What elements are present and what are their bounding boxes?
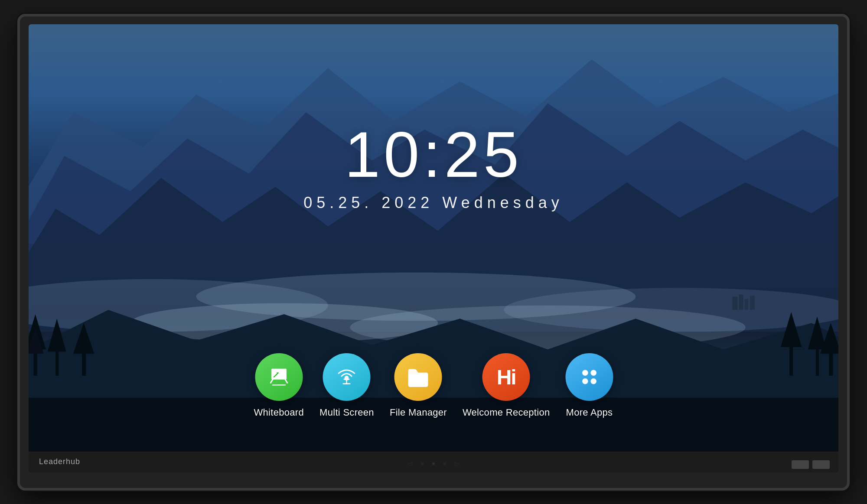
tv-frame: 10:25 05.25. 2022 Wednesday <box>17 14 850 491</box>
moreapps-icon[interactable] <box>565 353 613 401</box>
br-button-2[interactable] <box>812 460 830 469</box>
tv-bezel: 10:25 05.25. 2022 Wednesday <box>20 16 847 488</box>
screen: 10:25 05.25. 2022 Wednesday <box>29 24 838 472</box>
multiscreen-label: Multi Screen <box>319 407 374 418</box>
multiscreen-svg <box>334 364 359 390</box>
svg-rect-25 <box>745 299 748 309</box>
svg-rect-26 <box>750 296 755 309</box>
svg-point-38 <box>582 378 588 384</box>
app-whiteboard[interactable]: Whiteboard <box>254 353 304 418</box>
bottom-right-buttons <box>792 460 830 469</box>
svg-rect-24 <box>739 294 743 309</box>
welcome-icon[interactable]: Hi <box>482 353 530 401</box>
filemanager-icon[interactable] <box>394 353 442 401</box>
svg-rect-18 <box>816 345 819 376</box>
apps-container: Whiteboard <box>254 353 613 418</box>
bottom-bar: Leaderhub <box>29 452 838 472</box>
svg-rect-23 <box>732 296 737 309</box>
br-button-1[interactable] <box>792 460 809 469</box>
app-filemanager[interactable]: File Manager <box>390 353 447 418</box>
whiteboard-icon[interactable] <box>255 353 303 401</box>
whiteboard-svg <box>266 366 291 388</box>
welcome-label: Welcome Reception <box>463 407 550 418</box>
clock-date: 05.25. 2022 Wednesday <box>303 194 564 212</box>
whiteboard-label: Whiteboard <box>254 407 304 418</box>
app-multiscreen[interactable]: Multi Screen <box>319 353 374 418</box>
svg-point-39 <box>590 378 596 384</box>
app-welcome[interactable]: Hi Welcome Reception <box>463 353 550 418</box>
moreapps-label: More Apps <box>566 407 613 418</box>
svg-point-37 <box>590 370 596 376</box>
svg-rect-30 <box>271 369 287 380</box>
clock-time: 10:25 <box>303 123 564 187</box>
moreapps-svg <box>577 364 602 390</box>
filemanager-svg <box>405 364 432 390</box>
multiscreen-icon[interactable] <box>323 353 371 401</box>
filemanager-label: File Manager <box>390 407 447 418</box>
svg-point-36 <box>582 370 588 376</box>
brand-logo: Leaderhub <box>39 457 80 466</box>
app-moreapps[interactable]: More Apps <box>565 353 613 418</box>
clock-container: 10:25 05.25. 2022 Wednesday <box>303 123 564 212</box>
